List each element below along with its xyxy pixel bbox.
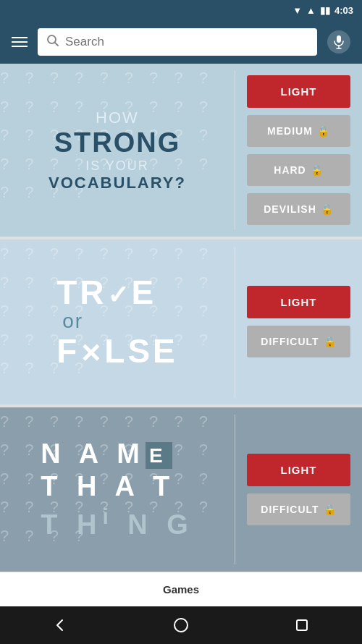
tof-card-left: TR✓E or F✕LSE [0,240,235,404]
vocab-hard-button[interactable]: HARD 🔒 [247,154,350,186]
tof-or: or [56,310,178,333]
search-icon [46,34,59,50]
lock-icon: 🔒 [311,164,324,176]
lock-icon: 🔒 [324,504,337,515]
svg-point-5 [174,619,188,632]
hamburger-button[interactable] [9,34,30,50]
ntt-light-button[interactable]: LIGHT [247,454,350,486]
tof-card-right: LIGHT DIFFICULT 🔒 [235,240,362,404]
svg-rect-2 [337,35,341,43]
tof-text: TR✓E or F✕LSE [56,274,178,370]
vocab-medium-button[interactable]: MEDIUM 🔒 [247,115,350,147]
tof-light-button[interactable]: LIGHT [247,286,350,318]
vocabulary-card: HOW STRONG IS YOUR VOCABULARY? LIGHT MED… [0,64,362,237]
vocabulary-card-right: LIGHT MEDIUM 🔒 HARD 🔒 DEVILISH 🔒 [235,64,362,237]
name-that-thing-card: N A ME T H A T T Hi N G LIGHT DIFFICULT … [0,407,362,572]
mic-icon [327,30,350,54]
nav-bar [0,606,362,644]
hamburger-line [12,37,28,38]
ntt-difficult-label: DIFFICULT [261,504,319,515]
nav-home-button[interactable] [159,611,203,640]
vocab-how: HOW [96,109,139,127]
wifi-icon: ▲ [306,5,316,16]
games-bar: Games [0,572,362,606]
vocab-is-your: IS YOUR [85,158,149,173]
lock-icon: 🔒 [324,336,337,347]
lock-icon: 🔒 [317,125,330,137]
vocab-devilish-button[interactable]: DEVILISH 🔒 [247,193,350,225]
microphone-button[interactable] [324,27,353,56]
tof-line1: TR✓E [56,274,178,311]
search-input[interactable] [65,35,308,49]
vocab-light-button[interactable]: LIGHT [247,75,350,108]
vocab-devilish-label: DEVILISH [264,203,316,215]
ntt-card-right: LIGHT DIFFICULT 🔒 [235,407,362,572]
tof-line2: F✕LSE [56,333,178,370]
status-time: 4:03 [334,5,353,16]
tof-difficult-label: DIFFICULT [261,336,319,347]
search-bar [38,28,317,56]
vocabulary-text: HOW STRONG IS YOUR VOCABULARY? [49,109,186,192]
vocab-hard-label: HARD [274,164,306,176]
games-container: HOW STRONG IS YOUR VOCABULARY? LIGHT MED… [0,64,362,572]
vocab-vocabulary: VOCABULARY? [49,174,186,192]
svg-rect-6 [297,620,307,630]
vocab-strong: STRONG [49,127,186,158]
lock-icon: 🔒 [321,203,334,215]
ntt-highlight: E [146,442,172,470]
true-or-false-card: TR✓E or F✕LSE LIGHT DIFFICULT 🔒 [0,240,362,404]
games-bar-label: Games [163,583,199,596]
ntt-line2: T H A T [41,470,194,504]
vocab-medium-label: MEDIUM [267,125,313,137]
nav-back-button[interactable] [38,611,82,640]
signal-icon: ▼ [292,5,302,16]
ntt-text: N A ME T H A T T Hi N G [41,438,194,541]
ntt-line3: T Hi N G [41,504,194,541]
nav-recents-button[interactable] [280,611,324,640]
tof-difficult-button[interactable]: DIFFICULT 🔒 [247,326,350,357]
top-bar [0,20,362,64]
ntt-line1: N A ME [41,438,194,471]
ntt-difficult-button[interactable]: DIFFICULT 🔒 [247,493,350,525]
status-bar: ▼ ▲ ▮▮ 4:03 [0,0,362,20]
vocabulary-card-left: HOW STRONG IS YOUR VOCABULARY? [0,64,235,237]
hamburger-line [12,41,28,43]
battery-icon: ▮▮ [320,5,330,16]
ntt-card-left: N A ME T H A T T Hi N G [0,407,235,572]
hamburger-line [12,46,28,47]
svg-line-1 [55,43,59,46]
